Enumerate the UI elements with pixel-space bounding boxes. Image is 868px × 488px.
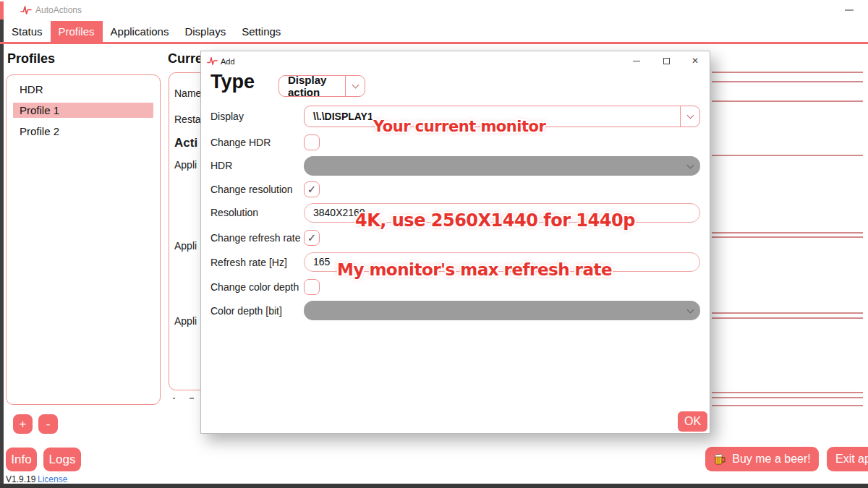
field-edge-line [712, 232, 863, 234]
main-titlebar: AutoActions [4, 0, 868, 20]
hidden-buttons-hint [173, 398, 175, 399]
autoactions-logo-icon [20, 4, 32, 16]
app-window: AutoActions Status Profiles Applications… [0, 0, 868, 488]
display-label: Display [210, 110, 244, 123]
change-color-depth-checkbox[interactable] [304, 279, 320, 295]
color-depth-label: Color depth [bit] [210, 304, 282, 317]
chevron-down-icon [687, 161, 694, 168]
close-icon: ✕ [692, 56, 699, 65]
tab-displays[interactable]: Displays [176, 21, 234, 42]
hidden-application-label: Appli [174, 315, 197, 327]
field-edge-line [712, 72, 863, 73]
hdr-select-disabled [304, 156, 700, 176]
profile-item-hdr[interactable]: HDR [13, 82, 153, 97]
color-depth-select-disabled [304, 301, 700, 320]
ok-button[interactable]: OK [678, 411, 707, 432]
version-label: V1.9.19 [6, 474, 35, 484]
resolution-label: Resolution [210, 206, 258, 219]
change-resolution-checkbox[interactable]: ✓ [304, 181, 320, 197]
add-dialog: Add ✕ Type Display action Display \\.\DI… [200, 51, 710, 434]
dialog-close-button[interactable]: ✕ [686, 51, 705, 70]
window-bottom-edge [0, 484, 868, 488]
profiles-list[interactable]: HDR Profile 1 Profile 2 [6, 74, 161, 405]
field-edge-line [712, 405, 863, 406]
main-tabbar: Status Profiles Applications Displays Se… [4, 21, 289, 42]
annotation-4k-resolution: 4K, use 2560X1440 for 1440p [355, 210, 635, 231]
exit-app-button[interactable]: Exit ap [827, 447, 868, 471]
buy-me-a-beer-button[interactable]: Buy me a beer! [705, 447, 819, 471]
tabbar-accent-divider [0, 42, 868, 44]
profile-item-profile1[interactable]: Profile 1 [13, 103, 153, 118]
field-edge-line [712, 236, 863, 238]
change-hdr-label: Change HDR [210, 136, 271, 149]
field-edge-line [712, 397, 863, 398]
remove-profile-button[interactable]: - [38, 414, 58, 434]
type-heading: Type [210, 71, 255, 93]
hidden-application-label: Appli [174, 159, 197, 171]
field-edge-line [712, 155, 863, 156]
window-left-edge [0, 20, 4, 488]
change-refresh-rate-label: Change refresh rate [210, 231, 301, 244]
hidden-actions-label: Acti [174, 136, 197, 150]
check-icon: ✓ [307, 232, 317, 243]
license-link[interactable]: License [38, 474, 67, 484]
logs-button[interactable]: Logs [43, 448, 81, 471]
action-type-select[interactable]: Display action [278, 75, 365, 97]
annotation-current-monitor: Your current monitor [373, 118, 545, 135]
hdr-label: HDR [210, 159, 232, 172]
hidden-restart-label: Resta [174, 114, 201, 125]
profile-item-profile2[interactable]: Profile 2 [13, 124, 153, 139]
action-type-value: Display action [279, 74, 345, 98]
add-dialog-title: Add [221, 57, 235, 66]
tab-status[interactable]: Status [4, 21, 51, 42]
buy-me-a-beer-label: Buy me a beer! [732, 453, 811, 466]
dialog-maximize-button[interactable] [657, 51, 676, 70]
window-minimize-button[interactable] [845, 9, 854, 11]
hidden-name-label: Name [174, 87, 201, 99]
beer-icon [713, 453, 726, 466]
profiles-heading: Profiles [7, 51, 55, 67]
hidden-buttons-hint [190, 398, 194, 399]
change-hdr-checkbox[interactable] [304, 134, 320, 150]
chevron-down-icon [687, 306, 694, 313]
app-title: AutoActions [35, 5, 82, 15]
dialog-minimize-button[interactable] [627, 51, 646, 70]
tab-applications[interactable]: Applications [103, 21, 177, 42]
add-profile-button[interactable]: + [13, 414, 33, 434]
change-refresh-rate-checkbox[interactable]: ✓ [304, 230, 320, 246]
change-color-depth-label: Change color depth [210, 281, 299, 294]
field-edge-line [712, 81, 863, 82]
hidden-application-label: Appli [174, 240, 197, 252]
add-dialog-logo-icon [207, 56, 218, 67]
refresh-rate-label: Refresh rate [Hz] [210, 256, 287, 269]
check-icon: ✓ [307, 184, 317, 194]
tab-settings[interactable]: Settings [234, 21, 289, 42]
current-profile-heading: Curre [168, 51, 203, 67]
annotation-max-refresh-rate: My monitor's max refresh rate [337, 260, 612, 279]
change-resolution-label: Change resolution [210, 183, 293, 196]
field-edge-line [712, 392, 863, 393]
add-dialog-titlebar: Add ✕ [201, 51, 710, 72]
chevron-down-icon [352, 82, 359, 89]
field-edge-line [712, 100, 863, 102]
info-button[interactable]: Info [6, 448, 37, 471]
field-edge-line [712, 312, 863, 314]
chevron-down-icon [686, 112, 694, 119]
tab-profiles[interactable]: Profiles [51, 21, 103, 42]
field-edge-line [712, 317, 863, 319]
